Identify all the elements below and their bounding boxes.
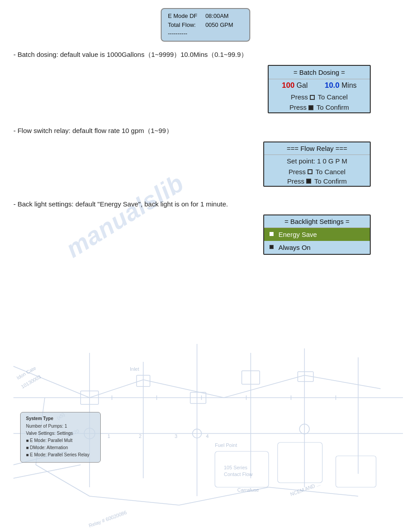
bottom-device-title: System Type — [26, 416, 95, 421]
screen-label-2: Total Flow: — [168, 21, 204, 30]
batch-dosing-text: - Batch dosing: default value is 1000Gal… — [13, 50, 398, 60]
svg-text:2: 2 — [139, 433, 141, 439]
flow-relay-box-container: === Flow Relay === Set point: 1 0 G P M … — [13, 142, 398, 187]
svg-line-9 — [90, 380, 143, 398]
section-flow-relay: - Flow switch relay: default flow rate 1… — [13, 126, 398, 187]
device-screen-area: E Mode DF 08:00AM Total Flow: 0050 GPM -… — [13, 8, 398, 42]
flow-relay-title: === Flow Relay === — [264, 142, 370, 155]
svg-line-10 — [143, 380, 224, 398]
backlight-text: - Back light settings: default "Energy S… — [13, 199, 398, 210]
backlight-box: = Backlight Settings = Energy Save Alway… — [263, 215, 371, 255]
batch-gal-value: 100 Gal — [282, 81, 308, 90]
svg-text:NCEM AND ...: NCEM AND ... — [290, 481, 321, 497]
energy-save-label: Energy Save — [278, 231, 317, 238]
empty-square-icon-1 — [310, 95, 315, 100]
backlight-box-container: = Backlight Settings = Energy Save Alway… — [13, 215, 398, 255]
screen-line-1: E Mode DF 08:00AM — [168, 12, 243, 21]
batch-dosing-box-container: = Batch Dosing = 100 Gal 10.0 Mins Press… — [13, 65, 398, 113]
section-backlight: - Back light settings: default "Energy S… — [13, 199, 398, 255]
svg-text:105 Series: 105 Series — [224, 465, 248, 470]
screen-value-1: 08:00AM — [206, 13, 229, 19]
svg-line-28 — [90, 496, 179, 505]
screen-value-2: 0050 GPM — [206, 21, 233, 28]
svg-text:Fuel Point: Fuel Point — [215, 442, 237, 448]
batch-mins-unit: Mins — [342, 82, 357, 89]
backlight-title: = Backlight Settings = — [264, 215, 370, 228]
svg-text:1: 1 — [107, 433, 110, 439]
filled-square-icon-1 — [308, 105, 313, 110]
svg-rect-22 — [278, 442, 322, 483]
batch-dosing-title: = Batch Dosing = — [269, 66, 370, 79]
bottom-device-row-4: ■ E Mode: Parallel Series Relay — [26, 451, 95, 459]
batch-gal-unit: Gal — [296, 82, 308, 89]
svg-text:Carrafuse: Carrafuse — [237, 487, 259, 493]
bottom-device-row-0: Number of Pumps: 1 — [26, 423, 95, 430]
bottom-device-row-1: Valve Settings: Settings — [26, 430, 95, 437]
bottom-device-panel: System Type Number of Pumps: 1 Valve Set… — [20, 412, 101, 463]
screen-line-3: ---------- — [168, 29, 243, 38]
screen-line-2: Total Flow: 0050 GPM — [168, 21, 243, 30]
batch-press-confirm: Press To Confirm — [269, 102, 370, 112]
flow-relay-text: - Flow switch relay: default flow rate 1… — [13, 126, 398, 136]
batch-dosing-box: = Batch Dosing = 100 Gal 10.0 Mins Press… — [268, 65, 371, 113]
flow-relay-setpoint-row: Set point: 1 0 G P M — [264, 155, 370, 167]
svg-rect-23 — [336, 456, 376, 487]
filled-square-icon-2 — [306, 179, 311, 184]
batch-press-cancel: Press To Cancel — [269, 92, 370, 102]
bottom-device-row-3: ■ DMode: Alternation — [26, 444, 95, 451]
always-on-label: Always On — [278, 244, 311, 251]
filled-square-icon-4 — [270, 245, 274, 249]
svg-line-27 — [36, 465, 90, 496]
svg-text:Contact Flow: Contact Flow — [224, 472, 253, 477]
flow-relay-box: === Flow Relay === Set point: 1 0 G P M … — [263, 142, 371, 187]
flow-press-confirm: Press To Confirm — [264, 176, 370, 186]
batch-mins-value: 10.0 Mins — [325, 81, 356, 90]
filled-square-icon-3 — [270, 232, 274, 236]
backlight-option-energy-save[interactable]: Energy Save — [264, 228, 370, 241]
flow-press-cancel: Press To Cancel — [264, 167, 370, 176]
section-batch-dosing: - Batch dosing: default value is 1000Gal… — [13, 50, 398, 114]
svg-line-12 — [304, 375, 381, 389]
empty-square-icon-2 — [308, 169, 313, 174]
svg-text:4: 4 — [206, 433, 209, 439]
bottom-device-row-2: ■ E Mode: Parallel Mult — [26, 437, 95, 444]
batch-dosing-values-row: 100 Gal 10.0 Mins — [269, 79, 370, 92]
svg-text:Inlet: Inlet — [130, 366, 139, 372]
svg-text:Relay # 60020086: Relay # 60020086 — [88, 510, 128, 528]
svg-text:3: 3 — [175, 433, 177, 439]
device-screen: E Mode DF 08:00AM Total Flow: 0050 GPM -… — [161, 8, 250, 42]
screen-label-1: E Mode DF — [168, 12, 204, 21]
backlight-option-always-on[interactable]: Always On — [264, 241, 370, 254]
svg-line-11 — [224, 375, 304, 398]
content-layer: E Mode DF 08:00AM Total Flow: 0050 GPM -… — [0, 0, 411, 281]
flow-relay-setpoint: Set point: 1 0 G P M — [287, 157, 347, 165]
